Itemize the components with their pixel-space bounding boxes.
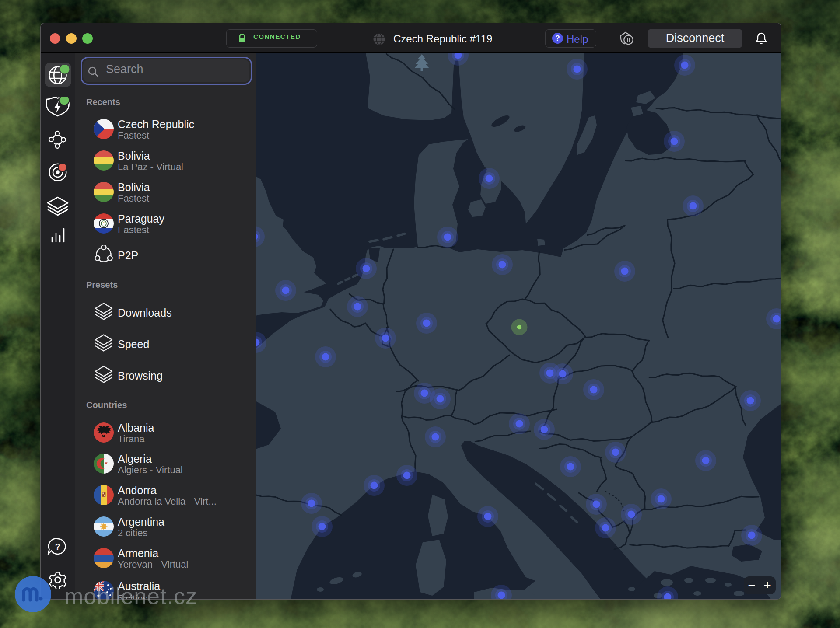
svg-text:?: ? [55,541,61,551]
